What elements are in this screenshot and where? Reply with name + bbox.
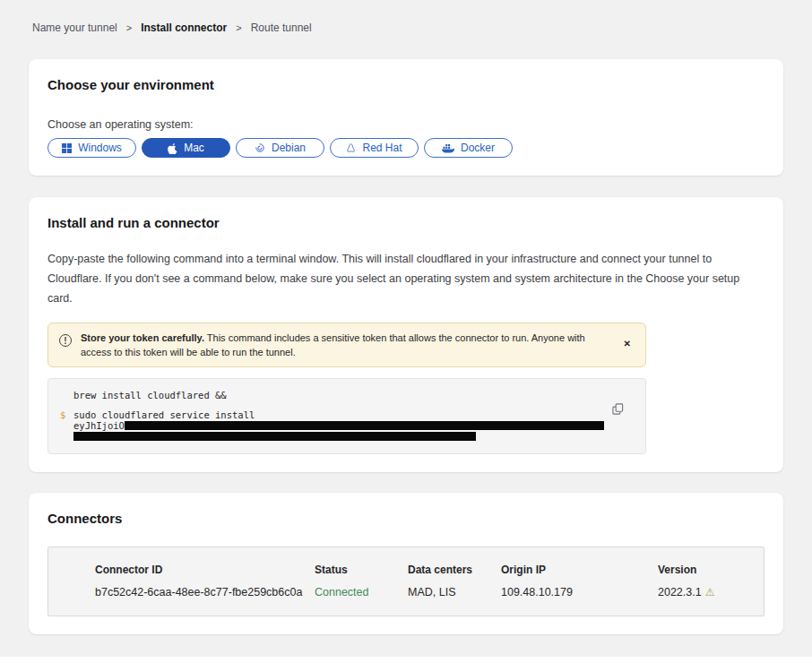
install-instructions: Copy-paste the following command into a … (48, 249, 764, 308)
close-icon[interactable]: ✕ (624, 340, 631, 349)
breadcrumb-step-name-your-tunnel[interactable]: Name your tunnel (32, 22, 117, 34)
col-header-connector-id: Connector ID (95, 564, 315, 577)
connectors-table: Connector ID Status Data centers Origin … (48, 547, 764, 616)
os-button-debian[interactable]: Debian (236, 138, 324, 158)
connectors-card-title: Connectors (48, 511, 764, 527)
os-button-label: Docker (461, 142, 495, 154)
os-button-mac[interactable]: Mac (142, 138, 230, 158)
environment-card-title: Choose your environment (48, 77, 764, 93)
col-header-data-centers: Data centers (408, 564, 501, 577)
breadcrumb: Name your tunnel > Install connector > R… (0, 0, 812, 34)
origin-ip-value: 109.48.10.179 (501, 585, 658, 599)
environment-card: Choose your environment Choose an operat… (29, 59, 783, 176)
breadcrumb-step-install-connector[interactable]: Install connector (141, 22, 227, 34)
bottom-strip (0, 657, 812, 663)
code-line-token-2 (60, 432, 609, 441)
connectors-table-header: Connector ID Status Data centers Origin … (95, 564, 746, 577)
warning-triangle-icon: ⚠ (705, 586, 715, 598)
os-button-label: Mac (184, 142, 204, 154)
code-line-token: eyJhIjoiO (60, 421, 609, 431)
shell-prompt: $ (60, 410, 73, 420)
warning-text: Store your token carefully. This command… (81, 331, 609, 359)
token-prefix: eyJhIjoiO (73, 421, 125, 431)
windows-icon (62, 143, 72, 153)
tux-icon (346, 142, 356, 154)
version-value: 2022.3.1⚠ (658, 585, 746, 599)
copy-icon[interactable] (612, 403, 624, 418)
data-centers-value: MAD, LIS (408, 585, 501, 599)
code-text: brew install cloudflared && (73, 391, 227, 400)
install-card-title: Install and run a connector (48, 215, 764, 231)
docker-icon (442, 143, 454, 153)
os-button-redhat[interactable]: Red Hat (330, 138, 419, 158)
os-select-label: Choose an operating system: (48, 118, 764, 132)
os-button-label: Windows (78, 142, 122, 154)
code-line-install: $ sudo cloudflared service install (60, 410, 609, 420)
warning-title: Store your token carefully. (81, 332, 204, 343)
table-row: b7c52c42-6caa-48ee-8c77-fbe259cb6c0a Con… (95, 585, 746, 599)
breadcrumb-separator-icon: > (126, 22, 132, 33)
os-button-group: Windows Mac Debian Red Hat Docker (48, 138, 764, 158)
col-header-origin-ip: Origin IP (501, 564, 658, 577)
version-number: 2022.3.1 (658, 586, 702, 598)
os-button-docker[interactable]: Docker (424, 138, 513, 158)
code-text: sudo cloudflared service install (73, 410, 255, 420)
connector-id-value: b7c52c42-6caa-48ee-8c77-fbe259cb6c0a (95, 585, 315, 599)
code-line-brew: brew install cloudflared && (60, 391, 609, 400)
os-button-label: Debian (272, 142, 306, 154)
col-header-version: Version (658, 564, 746, 577)
command-code-block: brew install cloudflared && $ sudo cloud… (48, 378, 646, 454)
os-button-label: Red Hat (362, 142, 402, 154)
col-header-status: Status (315, 564, 408, 577)
token-redaction-bar (125, 421, 604, 430)
connectors-card: Connectors Connector ID Status Data cent… (29, 493, 783, 634)
os-button-windows[interactable]: Windows (48, 138, 136, 158)
info-circle-icon: ! (59, 334, 72, 347)
code-prompt-spacer (60, 391, 73, 400)
status-badge: Connected (315, 585, 408, 599)
apple-icon (168, 142, 177, 154)
token-warning-banner: ! Store your token carefully. This comma… (48, 323, 646, 367)
debian-icon (255, 142, 265, 153)
code-prompt-spacer (60, 421, 73, 431)
breadcrumb-step-route-tunnel[interactable]: Route tunnel (251, 22, 312, 34)
breadcrumb-separator-icon: > (236, 22, 241, 33)
token-redaction-bar (73, 432, 476, 441)
code-prompt-spacer (60, 432, 73, 441)
install-card: Install and run a connector Copy-paste t… (29, 197, 783, 472)
